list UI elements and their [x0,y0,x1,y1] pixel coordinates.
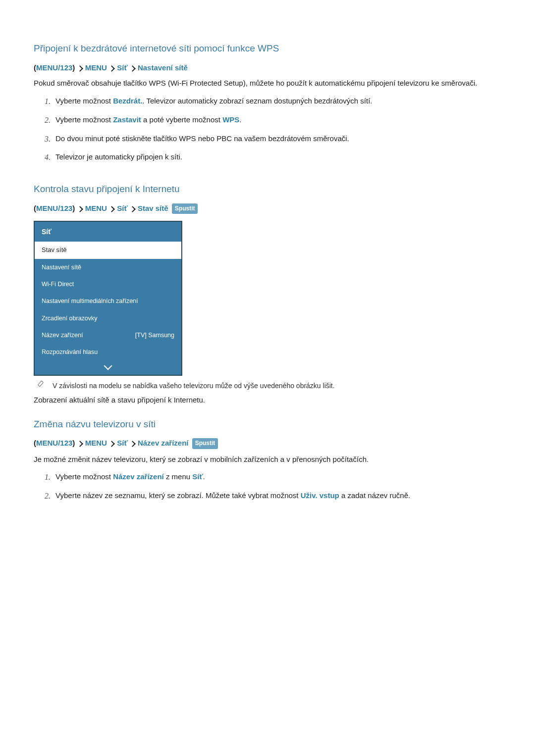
step-item: 3. Do dvou minut poté stiskněte tlačítko… [45,133,501,152]
chevron-right-icon [109,206,115,212]
chevron-right-icon [109,441,115,447]
chevron-right-icon [77,65,83,71]
paren-close: ) [72,63,75,72]
menu-item-label: Nastavení sítě [42,263,81,272]
chevron-right-icon [130,206,136,212]
step-text: . [203,472,205,481]
tv-menu-mock: Síť Stav sítě Nastavení sítě Wi-Fi Direc… [34,221,182,376]
breadcrumb-part: Stav sítě [138,204,168,212]
menu-scroll-down [35,360,181,375]
menu-item: Wi-Fi Direct [35,276,181,293]
breadcrumb-part: MENU [85,204,107,212]
step-number: 2. [45,490,51,502]
note-text: V závislosti na modelu se nabídka vašeho… [53,381,335,391]
menu-item: Nastavení multimediálních zařízení [35,293,181,309]
step-number: 2. [45,114,51,126]
body-text-status: Zobrazení aktuální sítě a stavu připojen… [34,395,501,405]
step-text: Televizor je automaticky připojen k síti… [55,152,182,161]
chevron-right-icon [77,206,83,212]
step-text: a zadat název ručně. [339,491,410,500]
inline-link: Název zařízení [113,472,164,481]
breadcrumb-wps: (MENU/123) MENU Síť Nastavení sítě [34,62,501,73]
menu-item: Rozpoznávání hlasu [35,344,181,360]
step-item: 2. Vyberte název ze seznamu, který se zo… [45,490,501,509]
menu-item-active: Stav sítě [35,242,181,259]
step-text: z menu [164,472,193,481]
intro-text-rename: Je možné změnit název televizoru, který … [34,454,501,465]
chevron-down-icon [104,361,112,370]
section-title-rename: Změna názvu televizoru v síti [34,417,501,431]
breadcrumb-part: MENU [85,63,107,72]
steps-list-rename: 1. Vyberte možnost Název zařízení z menu… [34,471,501,509]
step-text: Vyberte možnost [55,115,113,124]
breadcrumb-part: MENU [85,439,107,447]
breadcrumb-status: (MENU/123) MENU Síť Stav sítě Spustit [34,203,501,214]
chevron-right-icon [130,65,136,71]
breadcrumb-part: Název zařízení [138,439,189,447]
intro-text-wps: Pokud směrovač obsahuje tlačítko WPS (Wi… [34,78,501,89]
menu-item: Zrcadlení obrazovky [35,310,181,327]
inline-link: Síť [192,472,203,481]
run-tag: Spustit [192,438,218,449]
breadcrumb-button: MENU/123 [36,63,72,72]
chevron-right-icon [77,441,83,447]
step-number: 4. [45,151,51,163]
menu-item-label: Zrcadlení obrazovky [42,314,98,323]
inline-link: Zastavit [113,115,141,124]
step-number: 3. [45,133,51,145]
step-text: Vyberte název ze seznamu, který se zobra… [55,491,301,500]
breadcrumb-part: Síť [117,439,127,447]
menu-item-label: Nastavení multimediálních zařízení [42,297,138,305]
paren-close: ) [72,204,75,212]
breadcrumb-part: Síť [117,204,127,212]
paren-close: ) [72,439,75,447]
step-number: 1. [45,96,51,107]
step-text: a poté vyberte možnost [141,115,222,124]
run-tag: Spustit [172,203,198,214]
menu-item-label: Rozpoznávání hlasu [42,348,98,356]
chevron-right-icon [109,65,115,71]
step-text: Vyberte možnost [55,472,113,481]
step-text: Do dvou minut poté stiskněte tlačítko WP… [55,134,349,143]
step-number: 1. [45,471,51,483]
step-item: 4. Televizor je automaticky připojen k s… [45,151,501,170]
menu-item-value: [TV] Samsung [135,331,174,340]
breadcrumb-part: Nastavení sítě [138,63,188,72]
menu-item: Název zařízení [TV] Samsung [35,327,181,344]
menu-item-label: Wi-Fi Direct [42,280,74,289]
inline-link: Bezdrát. [113,97,142,105]
breadcrumb-button: MENU/123 [36,439,72,447]
menu-title: Síť [35,222,181,242]
step-item: 1. Vyberte možnost Název zařízení z menu… [45,471,501,490]
step-text: . Televizor automaticky zobrazí seznam d… [142,97,372,105]
pencil-icon [38,381,45,388]
inline-link: Uživ. vstup [301,491,339,500]
breadcrumb-button: MENU/123 [36,204,72,212]
step-item: 2. Vyberte možnost Zastavit a poté vyber… [45,114,501,133]
step-text: . [239,115,241,124]
section-title-wps: Připojení k bezdrátové internetové síti … [34,42,501,55]
chevron-right-icon [130,441,136,447]
step-text: Vyberte možnost [55,97,113,105]
note: V závislosti na modelu se nabídka vašeho… [38,381,501,391]
breadcrumb-part: Síť [117,63,127,72]
menu-item-label: Název zařízení [42,331,83,340]
menu-item: Nastavení sítě [35,259,181,276]
inline-link: WPS [222,115,239,124]
steps-list-wps: 1. Vyberte možnost Bezdrát.. Televizor a… [34,96,501,170]
section-title-status: Kontrola stavu připojení k Internetu [34,182,501,196]
step-item: 1. Vyberte možnost Bezdrát.. Televizor a… [45,96,501,114]
breadcrumb-rename: (MENU/123) MENU Síť Název zařízení Spust… [34,438,501,449]
